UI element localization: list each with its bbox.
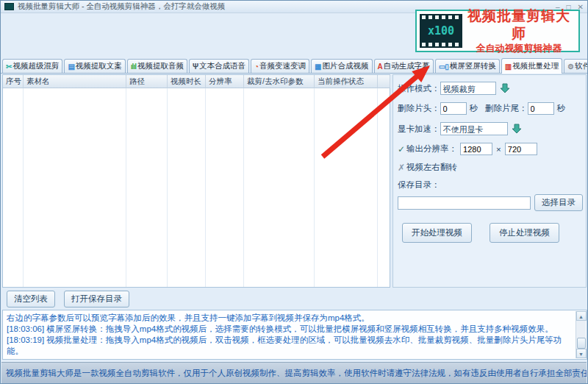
tab-image-to-video[interactable]: ▦图片合成视频 xyxy=(311,59,372,73)
resolution-width-input[interactable] xyxy=(460,143,492,155)
document-icon: ▤ xyxy=(68,63,74,71)
tab-label: 视频提取音频 xyxy=(137,61,184,71)
times-sign: × xyxy=(496,145,501,154)
tab-screen-convert[interactable]: ▭▯横屏竖屏转换 xyxy=(435,59,500,73)
column-header-index: 序号 xyxy=(3,75,24,88)
log-output: 右边的字幕参数后可以预览字幕添加后的效果，并且支持一键添加字幕到视频并保存为mp… xyxy=(2,310,587,360)
film-strip-icon: x100 xyxy=(420,14,462,48)
flip-checkbox[interactable]: ✗ xyxy=(398,163,405,173)
tab-label: 文本合成语音 xyxy=(199,61,245,71)
seconds-unit: 秒 xyxy=(557,103,566,114)
gpu-accel-select[interactable]: 不使用显卡 xyxy=(440,121,524,136)
tab-label: 自动生成字幕 xyxy=(384,61,430,71)
column-header-duration: 视频时长 xyxy=(168,75,206,88)
tab-extract-text[interactable]: ▤视频提取文案 xyxy=(64,59,125,73)
dropdown-arrow-icon[interactable] xyxy=(498,81,512,96)
resolution-checkbox[interactable]: ✓ xyxy=(398,144,405,154)
scrollbar-track[interactable] xyxy=(576,321,587,349)
resolution-label: 输出分辨率： xyxy=(406,143,457,154)
operation-mode-select[interactable]: 视频裁剪 xyxy=(440,81,512,96)
scrollbar-thumb[interactable] xyxy=(577,338,586,349)
trim-head-input[interactable] xyxy=(440,102,467,115)
microphone-icon: Ψ xyxy=(193,63,198,71)
gear-icon: ⚙ xyxy=(567,63,573,71)
column-header-crop-params: 裁剪/去水印参数 xyxy=(244,75,315,88)
tab-auto-subtitle[interactable]: A自动生成字幕 xyxy=(374,59,434,73)
scroll-down-button[interactable]: ▼ xyxy=(576,349,587,358)
column-header-name: 素材名 xyxy=(24,75,126,88)
column-header-path: 路径 xyxy=(126,75,168,88)
log-line: 右边的字幕参数后可以预览字幕添加后的效果，并且支持一键添加字幕到视频并保存为mp… xyxy=(7,313,573,324)
audio-wave-icon: ılıl xyxy=(131,63,136,71)
save-dir-input[interactable] xyxy=(398,196,531,210)
tab-label: 视频超级混剪 xyxy=(12,61,59,71)
choose-dir-button[interactable]: 选择目录 xyxy=(534,194,583,211)
app-window: 视频批量剪辑大师 - 全自动视频剪辑神器，会打字就会做视频 – □ ✕ x100… xyxy=(0,0,588,384)
logo-subtitle: 全自动视频剪辑神器 xyxy=(462,43,576,54)
tab-label: 视频批量处理 xyxy=(512,61,559,71)
status-text: 视频批量剪辑大师是一款视频全自动剪辑软件，仅用于个人原创视频制作、提高剪辑效率，… xyxy=(6,368,587,379)
tab-extract-audio[interactable]: ılıl视频提取音频 xyxy=(127,59,187,73)
tab-label: 图片合成视频 xyxy=(323,61,369,71)
rotate-screen-icon: ▭▯ xyxy=(439,63,448,71)
trim-tail-input[interactable] xyxy=(528,102,554,115)
log-line: [18:03:19] 视频批量处理：拖拽导入mp4格式的视频后，双击视频，框选要… xyxy=(7,335,573,357)
tab-label: 软件参数设置 xyxy=(575,61,588,71)
window-title: 视频批量剪辑大师 - 全自动视频剪辑神器，会打字就会做视频 xyxy=(18,1,225,12)
log-line: [18:03:06] 横屏竖屏转换：拖拽导入mp4格式的视频后，选择需要的转换模… xyxy=(7,324,573,335)
seconds-unit: 秒 xyxy=(470,103,478,114)
brand-logo: x100 视频批量剪辑大师 全自动视频剪辑神器 xyxy=(415,10,580,52)
start-processing-button[interactable]: 开始处理视频 xyxy=(402,223,472,243)
status-bar: 视频批量剪辑大师是一款视频全自动剪辑软件，仅用于个人原创视频制作、提高剪辑效率，… xyxy=(1,362,587,383)
app-icon xyxy=(4,3,14,10)
log-scrollbar[interactable]: ▲ ▼ xyxy=(576,311,586,358)
operation-mode-label: 操作模式： xyxy=(398,83,440,94)
image-icon: ▦ xyxy=(315,63,320,71)
trim-head-label: 删除片头： xyxy=(398,103,440,114)
tab-label: 视频提取文案 xyxy=(76,61,122,71)
batch-settings-panel: 操作模式： 视频裁剪 删除片头： 秒 删除片尾： 秒 显卡加速： 不使用显卡 xyxy=(392,74,587,288)
tab-video-batch-process[interactable]: ▥视频批量处理 xyxy=(501,58,562,74)
gpu-accel-label: 显卡加速： xyxy=(398,124,440,135)
open-save-dir-button[interactable]: 打开保存目录 xyxy=(64,291,129,307)
tab-bar: ✂视频超级混剪 ▤视频提取文案 ılıl视频提取音频 Ψ文本合成语音 ◔音频变速… xyxy=(1,59,587,74)
film-icon: ▥ xyxy=(505,63,511,71)
tab-super-mix[interactable]: ✂视频超级混剪 xyxy=(2,59,62,73)
column-header-filler xyxy=(378,75,390,88)
scroll-up-button[interactable]: ▲ xyxy=(576,311,587,321)
operation-mode-value: 视频裁剪 xyxy=(440,82,496,95)
trim-tail-label: 删除片尾： xyxy=(485,103,528,114)
clear-list-button[interactable]: 清空列表 xyxy=(7,291,55,307)
column-header-resolution: 分辨率 xyxy=(206,75,244,88)
stop-processing-button[interactable]: 停止处理视频 xyxy=(490,223,559,243)
gpu-accel-value: 不使用显卡 xyxy=(440,122,508,135)
tab-text-to-speech[interactable]: Ψ文本合成语音 xyxy=(189,59,249,73)
logo-badge: x100 xyxy=(428,24,454,38)
column-header-status: 当前操作状态 xyxy=(315,75,378,88)
list-actions: 清空列表 打开保存目录 xyxy=(7,291,129,307)
dropdown-arrow-icon[interactable] xyxy=(509,121,524,136)
resolution-height-input[interactable] xyxy=(505,143,537,155)
tab-settings[interactable]: ⚙软件参数设置 xyxy=(564,59,588,73)
scissors-icon: ✂ xyxy=(6,63,11,71)
save-dir-label: 保存目录： xyxy=(398,179,440,191)
tab-label: 音频变速变调 xyxy=(259,61,306,71)
material-table[interactable]: 序号 素材名 路径 视频时长 分辨率 裁剪/去水印参数 当前操作状态 xyxy=(2,74,390,288)
logo-title: 视频批量剪辑大师 xyxy=(462,7,576,43)
tab-label: 横屏竖屏转换 xyxy=(450,61,496,71)
tab-audio-speed-pitch[interactable]: ◔音频变速变调 xyxy=(251,59,309,73)
gauge-icon: ◔ xyxy=(254,63,258,71)
flip-label: 视频左右翻转 xyxy=(406,162,457,173)
letter-a-icon: A xyxy=(378,63,382,71)
